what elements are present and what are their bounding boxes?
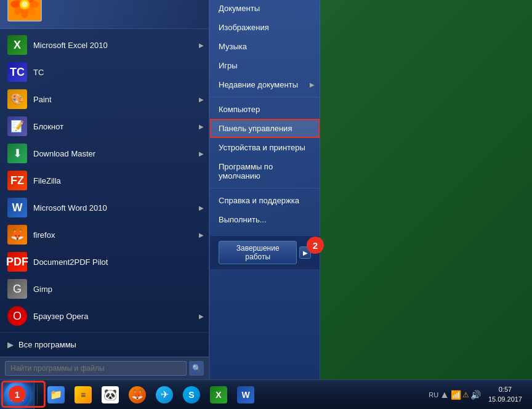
right-item-computer[interactable]: Компьютер bbox=[210, 100, 320, 119]
files-icon: ≡ bbox=[75, 386, 92, 403]
search-button[interactable]: 🔍 bbox=[189, 361, 204, 376]
volume-icon: 🔊 bbox=[470, 390, 481, 400]
app-item-gimp[interactable]: G Gimp bbox=[0, 275, 209, 302]
app-label-opera: Браузер Opera bbox=[33, 312, 88, 321]
right-item-documents[interactable]: Документы bbox=[210, 0, 320, 18]
right-item-images[interactable]: Изображения bbox=[210, 18, 320, 37]
right-label-music: Музыка bbox=[219, 42, 247, 51]
all-programs-label: Все программы bbox=[18, 340, 76, 349]
shutdown-label: Завершение работы bbox=[236, 244, 280, 261]
app-label-tc: TC bbox=[33, 68, 44, 77]
clock: 0:57 15.09.2017 bbox=[483, 385, 527, 404]
right-label-help: Справка и поддержка bbox=[219, 196, 299, 205]
app-label-filezilla: FileZilla bbox=[33, 176, 61, 185]
arrow-paint: ▶ bbox=[199, 96, 204, 103]
svg-point-11 bbox=[22, 1, 28, 7]
annotation-circle-1: 1 bbox=[9, 386, 26, 403]
user-avatar bbox=[7, 0, 42, 22]
search-bar: 🔍 bbox=[0, 357, 209, 379]
app-item-notepad[interactable]: 📝 Блокнот ▶ bbox=[0, 113, 209, 140]
app-label-paint: Paint bbox=[33, 95, 52, 104]
app-label-pdf: Document2PDF Pilot bbox=[33, 257, 108, 267]
firefox-taskbar-icon: 🦊 bbox=[129, 386, 146, 403]
app-label-excel: Microsoft Excel 2010 bbox=[33, 41, 108, 50]
app-item-opera[interactable]: O Браузер Opera ▶ bbox=[0, 302, 209, 330]
paint-icon: 🎨 bbox=[7, 89, 27, 109]
right-item-help[interactable]: Справка и поддержка bbox=[210, 191, 320, 210]
taskbar-sep-1 bbox=[37, 385, 38, 405]
telegram-icon: ✈ bbox=[156, 386, 173, 403]
taskbar-files[interactable]: ≡ bbox=[71, 383, 95, 407]
start-menu-left-panel: X Microsoft Excel 2010 ▶ TC TC 🎨 Paint ▶ bbox=[0, 0, 209, 379]
dlmaster-icon: ⬇ bbox=[7, 144, 27, 163]
shutdown-button[interactable]: Завершение работы bbox=[219, 241, 297, 264]
taskbar-excel[interactable]: X bbox=[206, 383, 231, 407]
panda-icon: 🐼 bbox=[102, 386, 119, 403]
gimp-icon: G bbox=[7, 279, 27, 299]
app-item-filezilla[interactable]: FZ FileZilla bbox=[0, 167, 209, 194]
start-menu: X Microsoft Excel 2010 ▶ TC TC 🎨 Paint ▶ bbox=[0, 0, 320, 379]
desktop: X Microsoft Excel 2010 ▶ TC TC 🎨 Paint ▶ bbox=[0, 0, 532, 409]
app-item-word[interactable]: W Microsoft Word 2010 ▶ bbox=[0, 194, 209, 221]
taskbar-skype[interactable]: S bbox=[179, 383, 204, 407]
app-label-dlmaster: Download Master bbox=[33, 149, 95, 158]
right-label-images: Изображения bbox=[219, 23, 269, 32]
notepad-icon: 📝 bbox=[7, 116, 27, 136]
app-item-pdf[interactable]: PDF Document2PDF Pilot bbox=[0, 248, 209, 275]
lang-indicator: RU bbox=[429, 391, 438, 399]
app-item-dlmaster[interactable]: ⬇ Download Master ▶ bbox=[0, 140, 209, 167]
app-divider bbox=[0, 332, 209, 333]
wifi-icon: 📶 bbox=[451, 390, 461, 400]
filezilla-icon: FZ bbox=[7, 171, 27, 190]
tc-icon: TC bbox=[7, 62, 27, 82]
opera-icon: O bbox=[7, 306, 27, 326]
taskbar-word[interactable]: W bbox=[233, 383, 258, 407]
start-menu-header bbox=[0, 0, 209, 29]
right-arrow-recent: ▶ bbox=[310, 81, 315, 88]
explorer-icon: 📁 bbox=[47, 386, 65, 403]
word-icon: W bbox=[7, 198, 27, 217]
taskbar: 📁 ≡ 🐼 🦊 ✈ S X bbox=[0, 379, 532, 409]
right-label-defaults: Программы по умолчанию bbox=[219, 162, 311, 180]
arrow-firefox: ▶ bbox=[199, 232, 204, 238]
right-item-defaults[interactable]: Программы по умолчанию bbox=[210, 157, 320, 185]
all-programs-item[interactable]: ▶ Все программы bbox=[0, 335, 209, 354]
taskbar-explorer[interactable]: 📁 bbox=[44, 383, 68, 407]
notification-icon: ⚠ bbox=[462, 391, 469, 399]
annotation-1-number: 1 bbox=[15, 389, 20, 400]
taskbar-telegram[interactable]: ✈ bbox=[152, 383, 177, 407]
right-item-games[interactable]: Игры bbox=[210, 56, 320, 75]
app-label-notepad: Блокнот bbox=[33, 122, 63, 131]
right-label-control-panel: Панель управления bbox=[219, 124, 292, 133]
right-item-run[interactable]: Выполнить... bbox=[210, 210, 320, 229]
taskbar-items: 📁 ≡ 🐼 🦊 ✈ S X bbox=[40, 380, 424, 409]
app-item-excel[interactable]: X Microsoft Excel 2010 ▶ bbox=[0, 31, 209, 59]
app-item-tc[interactable]: TC TC bbox=[0, 59, 209, 86]
right-item-recent[interactable]: Недавние документы ▶ bbox=[210, 75, 320, 94]
network-icon: ▲ bbox=[440, 389, 449, 400]
app-label-gimp: Gimp bbox=[33, 285, 52, 294]
taskbar-firefox[interactable]: 🦊 bbox=[125, 383, 150, 407]
systray-icons: RU ▲ 📶 ⚠ 🔊 bbox=[429, 389, 481, 400]
app-item-firefox[interactable]: 🦊 firefox ▶ bbox=[0, 221, 209, 248]
right-label-computer: Компьютер bbox=[219, 105, 260, 114]
right-item-devices[interactable]: Устройства и принтеры bbox=[210, 138, 320, 157]
start-menu-right-panel: ПК Документы Изображения Музыка Игры Нед… bbox=[209, 0, 320, 379]
taskbar-panda[interactable]: 🐼 bbox=[98, 383, 123, 407]
app-label-firefox: firefox bbox=[33, 230, 55, 240]
clock-time: 0:57 bbox=[499, 385, 512, 394]
arrow-word: ▶ bbox=[199, 204, 204, 211]
arrow-excel: ▶ bbox=[199, 42, 204, 49]
right-label-documents: Документы bbox=[219, 4, 260, 13]
right-item-music[interactable]: Музыка bbox=[210, 37, 320, 56]
systray: RU ▲ 📶 ⚠ 🔊 0:57 15.09.2017 bbox=[424, 380, 532, 409]
arrow-dlmaster: ▶ bbox=[199, 150, 204, 157]
search-input[interactable] bbox=[5, 361, 187, 376]
app-item-paint[interactable]: 🎨 Paint ▶ bbox=[0, 86, 209, 113]
firefox-icon: 🦊 bbox=[7, 225, 27, 245]
right-label-games: Игры bbox=[219, 61, 238, 70]
excel-icon: X bbox=[7, 35, 27, 55]
right-item-control-panel[interactable]: Панель управления bbox=[210, 119, 320, 138]
right-label-recent: Недавние документы bbox=[219, 80, 298, 89]
right-label-devices: Устройства и принтеры bbox=[219, 143, 305, 152]
